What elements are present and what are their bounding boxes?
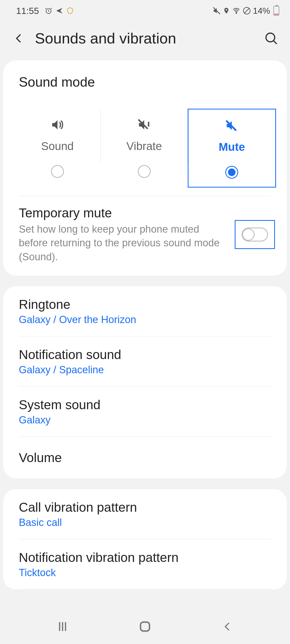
status-time: 11:55: [16, 6, 39, 16]
vibration-list-card: Call vibration pattern Basic call Notifi…: [3, 489, 287, 590]
mode-label: Vibrate: [126, 140, 162, 153]
temporary-mute-title: Temporary mute: [19, 206, 227, 220]
shield-icon: [66, 7, 74, 14]
svg-line-4: [244, 8, 249, 13]
sound-mode-option-vibrate[interactable]: Vibrate: [101, 109, 187, 188]
svg-point-2: [236, 12, 237, 13]
mode-label: Sound: [41, 140, 74, 153]
list-item-value: Ticktock: [19, 567, 271, 579]
no-data-icon: [243, 7, 251, 15]
notification-vibration-item[interactable]: Notification vibration pattern Ticktock: [3, 539, 287, 589]
list-item-value: Basic call: [19, 517, 271, 528]
mute-icon: [224, 118, 240, 134]
svg-rect-12: [140, 622, 149, 631]
sound-mode-option-sound[interactable]: Sound: [14, 109, 101, 188]
list-item-title: Notification sound: [19, 347, 271, 362]
list-item-title: System sound: [19, 397, 271, 412]
list-item-title: Call vibration pattern: [19, 500, 271, 515]
app-header: Sounds and vibration: [0, 21, 290, 60]
search-button[interactable]: [263, 30, 279, 46]
notification-sound-item[interactable]: Notification sound Galaxy / Spaceline: [3, 336, 287, 386]
temporary-mute-description: Set how long to keep your phone muted be…: [19, 222, 227, 264]
radio-unselected: [51, 165, 64, 178]
status-right: 14%: [213, 6, 279, 16]
battery-icon: [273, 6, 279, 16]
list-item-value: Galaxy: [19, 414, 271, 426]
list-item-value: Galaxy / Spaceline: [19, 364, 271, 376]
temporary-mute-text: Temporary mute Set how long to keep your…: [19, 206, 227, 264]
temporary-mute-toggle[interactable]: [235, 220, 275, 249]
sound-mode-options: Sound Vibrate Mute: [3, 98, 287, 196]
call-vibration-item[interactable]: Call vibration pattern Basic call: [3, 489, 287, 539]
ringtone-item[interactable]: Ringtone Galaxy / Over the Horizon: [3, 286, 287, 336]
list-item-title: Ringtone: [19, 297, 271, 312]
toggle-thumb: [242, 228, 255, 241]
volume-item[interactable]: Volume: [3, 437, 287, 478]
toggle-track: [242, 228, 268, 241]
recents-button[interactable]: [52, 616, 73, 637]
svg-line-6: [274, 41, 277, 43]
temporary-mute-row[interactable]: Temporary mute Set how long to keep your…: [3, 196, 287, 276]
home-button[interactable]: [134, 616, 156, 637]
nav-back-button[interactable]: [217, 616, 238, 637]
send-icon: [56, 7, 63, 14]
radio-unselected: [138, 165, 151, 178]
sound-mode-card: Sound mode Sound Vibrate Mute: [3, 60, 287, 276]
sound-mode-option-mute[interactable]: Mute: [188, 109, 276, 188]
system-sound-item[interactable]: System sound Galaxy: [3, 387, 287, 437]
back-button[interactable]: [11, 30, 27, 46]
wifi-icon: [232, 7, 241, 14]
mode-label: Mute: [219, 141, 245, 153]
vibrate-icon: [136, 117, 152, 133]
divider: [19, 589, 271, 590]
location-icon: [223, 7, 230, 15]
status-left: 11:55: [16, 6, 74, 16]
mute-status-icon: [213, 7, 221, 15]
alarm-icon: [45, 7, 52, 14]
sound-icon: [49, 117, 66, 133]
sounds-list-card: Ringtone Galaxy / Over the Horizon Notif…: [3, 286, 287, 478]
page-title: Sounds and vibration: [35, 30, 255, 47]
list-item-title: Volume: [19, 450, 271, 465]
list-item-value: Galaxy / Over the Horizon: [19, 314, 271, 325]
navigation-bar: [0, 609, 290, 644]
sound-mode-title: Sound mode: [3, 60, 287, 98]
battery-percentage: 14%: [253, 6, 270, 16]
status-bar: 11:55 14%: [0, 0, 290, 21]
radio-selected: [225, 166, 238, 179]
list-item-title: Notification vibration pattern: [19, 550, 271, 565]
